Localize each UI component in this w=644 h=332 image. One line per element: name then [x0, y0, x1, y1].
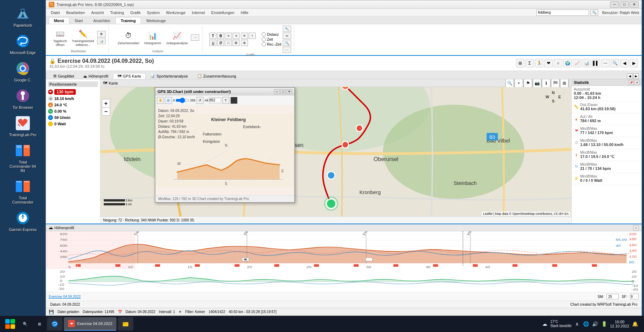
btn-ex-more[interactable]: ⋯ — [601, 59, 610, 67]
btn-ex-sum[interactable]: Σ — [525, 59, 534, 67]
tray-network-icon[interactable]: 🌐 — [583, 320, 590, 327]
btn-small-1[interactable]: ⚙ — [97, 31, 106, 37]
btn-search2[interactable]: 🔍 — [283, 40, 291, 46]
sf-input[interactable] — [630, 294, 639, 299]
btn-underline[interactable]: U̲ — [209, 40, 216, 46]
btn-ex-chart[interactable]: 📈 — [573, 59, 581, 67]
desktop-icon-chrome[interactable]: Google C. — [7, 58, 39, 84]
btn-scissors[interactable]: ✂ — [283, 33, 291, 39]
desktop-icon-garmin[interactable]: Garmin Express — [7, 208, 39, 233]
map-btn-search[interactable]: 🔍 — [505, 79, 514, 87]
menu-ansicht[interactable]: Ansicht — [88, 10, 107, 15]
ribbon-tab-ansichten[interactable]: Ansichten — [88, 17, 115, 24]
map-btn-flag2[interactable]: 🏁 — [551, 79, 559, 87]
tray-notification-icon[interactable]: 🔔 — [631, 320, 638, 327]
btn-ex-bars[interactable]: ▌▌ — [592, 59, 600, 67]
chart3d-btn-T[interactable]: T — [222, 97, 229, 104]
btn-zoom3[interactable]: ⊕ — [241, 40, 248, 46]
taskbar-edge-btn[interactable] — [47, 317, 62, 331]
menu-training[interactable]: Training — [107, 10, 127, 15]
btn-histogramm[interactable]: 📊 Histogramm — [142, 29, 163, 46]
zoom-out-button[interactable]: − — [102, 107, 110, 116]
menu-grafik[interactable]: Grafik — [127, 10, 143, 15]
btn-ex-chart2[interactable]: 📊 — [582, 59, 591, 67]
stats-pin-button[interactable]: 📌 — [629, 80, 634, 85]
chart3d-btn-rotate[interactable]: ↺ — [196, 97, 203, 104]
sm-input[interactable] — [606, 294, 619, 299]
close-button[interactable]: ✕ — [630, 1, 639, 8]
btn-ex-run[interactable]: 🏃 — [535, 59, 543, 67]
tray-sound-icon[interactable]: 🔊 — [592, 320, 599, 327]
menu-werkzeuge[interactable]: Werkzeuge — [163, 10, 188, 15]
tab-zusammenfassung[interactable]: 📋 Zusammenfassung — [193, 73, 241, 79]
btn-ex-circle[interactable]: ○ — [554, 59, 562, 67]
chart3d-angle-slider[interactable] — [175, 98, 189, 102]
btn-wrench[interactable]: 🔧 — [283, 26, 291, 32]
task-view-button[interactable]: ⊞ — [33, 318, 46, 330]
ribbon-tab-werkzeuge[interactable]: Werkzeuge — [141, 17, 171, 24]
btn-align[interactable]: ≡ — [225, 33, 232, 39]
btn-ex-globe[interactable]: 🌍 — [563, 59, 572, 67]
btn-ex-1[interactable]: ⊞ — [516, 59, 524, 67]
btn-font2[interactable]: Ø — [217, 40, 224, 46]
map-btn-layers[interactable]: ⊞ — [560, 79, 569, 87]
menu-hilfe[interactable]: Hilfe — [238, 10, 251, 15]
chart3d-color-swatch[interactable] — [230, 97, 237, 104]
taskbar-explorer-btn[interactable] — [118, 317, 133, 331]
btn-T[interactable]: T — [209, 33, 216, 39]
btn-align2[interactable]: ≡ — [233, 33, 240, 39]
btn-small-2[interactable]: 📊 — [97, 38, 106, 44]
btn-ex-search[interactable]: 🔍 — [611, 59, 619, 67]
btn-B[interactable]: B — [217, 33, 224, 39]
btn-analyse-small[interactable]: ⋯ — [191, 34, 199, 41]
map-btn-cam[interactable]: 📷 — [533, 79, 541, 87]
map-container[interactable]: Fürstenwald Bad Homburg Idstein Niedernh… — [100, 87, 571, 217]
btn-tagebuch[interactable]: 📖 Tagebuchöffnen — [52, 27, 69, 48]
btn-ex-nav-right[interactable]: ▶ — [630, 59, 638, 67]
menu-internet[interactable]: Internet — [189, 10, 208, 15]
chart-3d-minimize[interactable]: ─ — [274, 89, 280, 94]
start-button[interactable] — [3, 317, 18, 331]
tab-gps-karte[interactable]: 🗺 GPS Karte — [113, 73, 146, 79]
menu-datei[interactable]: Datei — [48, 10, 63, 15]
chart3d-btn-pan[interactable]: ✋ — [157, 97, 164, 104]
btn-format4[interactable]: ⊞ — [233, 40, 240, 46]
hp-expand-btn[interactable]: □ — [633, 225, 639, 231]
tab-gesplittet[interactable]: ⊞ Gesplittet — [49, 73, 79, 79]
map-btn-info[interactable]: ℹ — [542, 79, 550, 87]
desktop-icon-traininglab[interactable]: TrainingLab Pro — [7, 113, 39, 139]
btn-tab-left[interactable]: ◀ — [627, 73, 632, 79]
map-btn-flag[interactable]: ⚑ — [524, 79, 532, 87]
btn-ex-heart[interactable]: ❤ — [544, 59, 553, 67]
btn-anbegsanalyse[interactable]: 📈 Anbegsanalyse — [165, 29, 190, 46]
menu-einstellungen[interactable]: Einstellungen — [208, 10, 237, 15]
taskbar-clock[interactable]: 16:00 12.10.2022 — [610, 320, 629, 328]
radio-rec[interactable] — [262, 42, 266, 46]
btn-cross[interactable]: ✕ — [241, 33, 248, 39]
btn-dot[interactable]: • — [249, 33, 256, 39]
menu-bearbeiten[interactable]: Bearbeiten — [63, 10, 88, 15]
taskbar-search-icon[interactable]: 🔍 — [19, 318, 32, 330]
chart-3d-maximize[interactable]: □ — [280, 89, 286, 94]
desktop-icon-edge[interactable]: Microsoft Edge — [7, 31, 39, 57]
ribbon-tab-start[interactable]: Start — [69, 17, 88, 24]
btn-format3[interactable]: □ — [225, 40, 232, 46]
taskbar-traininglab-btn[interactable]: ❤ Exercise 04.09.2022 — [64, 317, 116, 331]
map-btn-plus[interactable]: + — [515, 79, 523, 87]
maximize-button[interactable]: □ — [620, 1, 629, 8]
desktop-icon-recycle[interactable]: Papierkorb — [7, 4, 39, 29]
btn-training-edit[interactable]: ✏️ Trainingseinheiteditieren... — [70, 27, 96, 48]
stats-close-button[interactable]: ✕ — [635, 80, 639, 85]
btn-zwischenzeiten[interactable]: ⏱ Zwischenzeiten — [116, 29, 141, 46]
radio-distanz[interactable] — [262, 32, 266, 36]
btn-tab-right[interactable]: ▶ — [633, 73, 639, 79]
btn-misc[interactable]: ⋯ — [283, 47, 291, 53]
ribbon-tab-training[interactable]: Training — [115, 17, 141, 24]
btn-ex-nav-left[interactable]: ◀ — [620, 59, 629, 67]
search-button[interactable]: 🔍 — [590, 9, 598, 16]
tray-expand-btn[interactable]: ∧ — [573, 320, 581, 327]
desktop-icon-total-cmd[interactable]: Total Commander — [7, 176, 39, 206]
tray-battery-icon[interactable]: 🔋 — [601, 320, 608, 327]
ribbon-tab-menu[interactable]: Menü — [49, 17, 69, 24]
search-input[interactable] — [536, 9, 589, 16]
